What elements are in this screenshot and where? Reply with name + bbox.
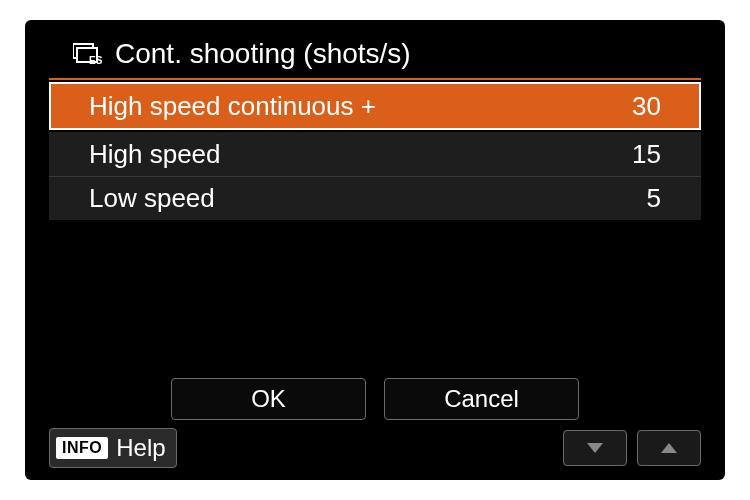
cancel-button[interactable]: Cancel (384, 378, 579, 420)
help-button[interactable]: INFO Help (49, 428, 177, 468)
chevron-down-icon (587, 443, 603, 453)
option-value: 5 (647, 183, 661, 214)
dialog-buttons: OK Cancel (25, 378, 725, 420)
option-label: Low speed (89, 183, 215, 214)
speed-options-list: High speed continuous + 30 High speed 15… (25, 82, 725, 220)
option-label: High speed (89, 139, 221, 170)
cancel-button-label: Cancel (444, 385, 519, 413)
help-label: Help (116, 434, 165, 462)
menu-title: Cont. shooting (shots/s) (115, 38, 411, 70)
svg-text:ES: ES (89, 55, 103, 66)
increase-button[interactable] (637, 430, 701, 466)
option-high-speed[interactable]: High speed 15 (49, 132, 701, 176)
option-value: 15 (632, 139, 661, 170)
camera-menu-screen: ES Cont. shooting (shots/s) High speed c… (25, 20, 725, 480)
option-low-speed[interactable]: Low speed 5 (49, 176, 701, 220)
option-value: 30 (632, 91, 661, 122)
option-high-speed-continuous-plus[interactable]: High speed continuous + 30 (49, 82, 701, 130)
chevron-up-icon (661, 443, 677, 453)
decrease-button[interactable] (563, 430, 627, 466)
value-arrows (563, 430, 701, 466)
menu-header: ES Cont. shooting (shots/s) (49, 38, 701, 80)
ok-button-label: OK (251, 385, 286, 413)
info-badge: INFO (56, 437, 108, 459)
bottom-bar: INFO Help (49, 428, 701, 468)
option-label: High speed continuous + (89, 91, 376, 122)
continuous-shooting-es-icon: ES (73, 42, 105, 66)
ok-button[interactable]: OK (171, 378, 366, 420)
